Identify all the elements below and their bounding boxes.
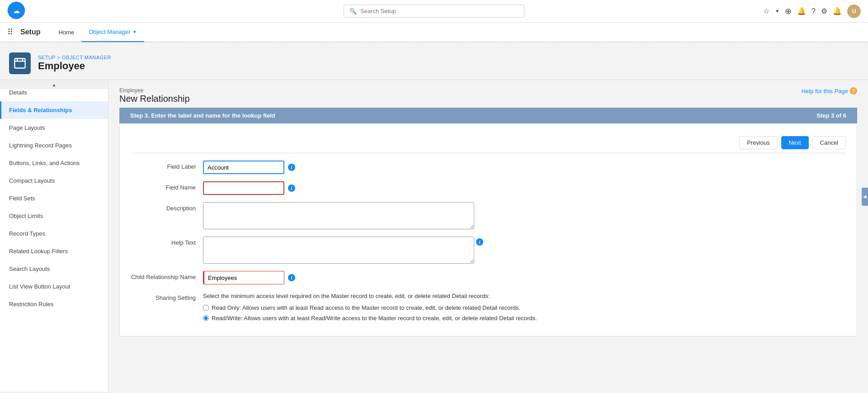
- avatar[interactable]: U: [847, 5, 861, 18]
- field-label-input[interactable]: [203, 161, 284, 174]
- object-header: SETUP > OBJECT MANAGER Employee: [0, 47, 868, 80]
- help-text-row: Help Text i: [131, 237, 846, 264]
- sidebar-item-fields-relationships[interactable]: Fields & Relationships: [0, 101, 108, 119]
- step-header-left: Step 3. Enter the label and name for the…: [130, 112, 275, 119]
- salesforce-logo: ☁: [7, 1, 25, 21]
- field-name-input[interactable]: [203, 181, 284, 195]
- next-button[interactable]: Next: [781, 136, 809, 149]
- nav-item-home[interactable]: Home: [51, 22, 81, 42]
- notification-icon[interactable]: 🔔: [833, 7, 842, 15]
- main-layout: ▲ Details Fields & Relationships Page La…: [0, 80, 868, 393]
- star-icon[interactable]: ☆: [763, 7, 769, 15]
- top-navigation: ☁ 🔍 ☆ ▼ ⊕ 🔔 ? ⚙ 🔔 U: [0, 0, 868, 23]
- field-label-label: Field Label: [131, 161, 203, 170]
- sidebar-item-page-layouts[interactable]: Page Layouts: [0, 119, 108, 137]
- question-icon[interactable]: ?: [811, 7, 816, 15]
- help-text-label: Help Text: [131, 237, 203, 246]
- sidebar-item-compact-layouts[interactable]: Compact Layouts: [0, 172, 108, 189]
- previous-button[interactable]: Previous: [739, 136, 778, 149]
- sidebar: ▲ Details Fields & Relationships Page La…: [0, 80, 108, 393]
- page-object-name: Employee: [119, 87, 190, 94]
- sharing-readonly-label: Read Only: Allows users with at least Re…: [212, 304, 520, 311]
- sharing-setting-readwrite-row: Read/Write: Allows users with at least R…: [203, 315, 537, 322]
- help-text-control: i: [203, 237, 846, 264]
- sharing-setting-row: Sharing Setting Select the minimum acces…: [131, 292, 846, 322]
- breadcrumb-object-manager[interactable]: OBJECT MANAGER: [62, 55, 111, 60]
- step-header-right: Step 3 of 6: [816, 112, 846, 119]
- field-name-info-icon[interactable]: i: [288, 185, 295, 192]
- child-relationship-name-info-icon[interactable]: i: [288, 274, 295, 281]
- breadcrumb-setup[interactable]: SETUP: [38, 55, 56, 60]
- help-text-info-icon[interactable]: i: [476, 238, 483, 246]
- step-header: Step 3. Enter the label and name for the…: [119, 108, 857, 123]
- sidebar-item-lightning-record-pages[interactable]: Lightning Record Pages: [0, 137, 108, 154]
- field-name-row: Field Name i: [131, 181, 846, 195]
- description-row: Description: [131, 202, 846, 229]
- sidebar-scroll-up[interactable]: ▲: [0, 80, 108, 89]
- page-header: Employee New Relationship Help for this …: [108, 80, 868, 108]
- gear-icon[interactable]: ⚙: [821, 7, 827, 15]
- breadcrumb-separator: >: [57, 55, 62, 60]
- sharing-readonly-radio[interactable]: [203, 305, 209, 311]
- form-area: Previous Next Cancel Field Label i Field…: [119, 123, 857, 336]
- sidebar-item-field-sets[interactable]: Field Sets: [0, 189, 108, 207]
- bell-alt-icon[interactable]: 🔔: [797, 7, 806, 15]
- sharing-readwrite-radio[interactable]: [203, 315, 209, 321]
- sidebar-item-object-limits[interactable]: Object Limits: [0, 207, 108, 225]
- right-collapse-tab[interactable]: ◀: [862, 188, 868, 206]
- object-icon-box: [9, 52, 31, 74]
- child-relationship-name-row: Child Relationship Name i: [131, 271, 846, 284]
- sidebar-item-list-view-button-layout[interactable]: List View Button Layout: [0, 278, 108, 295]
- help-text-input[interactable]: [203, 237, 474, 264]
- object-header-text: SETUP > OBJECT MANAGER Employee: [38, 55, 111, 72]
- sharing-setting-control: Select the minimum access level required…: [203, 292, 846, 322]
- description-input[interactable]: [203, 202, 474, 229]
- field-name-label: Field Name: [131, 181, 203, 191]
- child-relationship-name-label: Child Relationship Name: [131, 271, 203, 280]
- wave-decoration: [0, 43, 868, 47]
- plus-icon[interactable]: ⊕: [785, 6, 792, 16]
- svg-text:☁: ☁: [13, 7, 20, 14]
- top-nav-icons: ☆ ▼ ⊕ 🔔 ? ⚙ 🔔 U: [763, 5, 861, 18]
- sidebar-item-search-layouts[interactable]: Search Layouts: [0, 260, 108, 278]
- sidebar-item-related-lookup-filters[interactable]: Related Lookup Filters: [0, 242, 108, 260]
- second-navigation: ⠿ Setup Home Object Manager ▼: [0, 23, 868, 43]
- field-label-row: Field Label i: [131, 161, 846, 174]
- search-input[interactable]: [360, 8, 519, 14]
- sharing-setting-readonly-row: Read Only: Allows users with at least Re…: [203, 304, 520, 311]
- page-title: Employee: [38, 60, 111, 72]
- help-icon: ?: [850, 87, 857, 95]
- sidebar-item-record-types[interactable]: Record Types: [0, 225, 108, 242]
- description-control: [203, 202, 846, 229]
- content-area: Employee New Relationship Help for this …: [108, 80, 868, 393]
- cancel-button[interactable]: Cancel: [812, 136, 846, 149]
- help-link[interactable]: Help for this Page ?: [802, 87, 857, 95]
- app-title: Setup: [20, 28, 40, 36]
- sharing-setting-description: Select the minimum access level required…: [203, 292, 490, 301]
- svg-rect-2: [14, 59, 25, 68]
- breadcrumb: SETUP > OBJECT MANAGER: [38, 55, 111, 60]
- chevron-down-icon: ▼: [132, 29, 137, 34]
- chevron-icon[interactable]: ▼: [775, 9, 779, 14]
- field-name-control: i: [203, 181, 846, 195]
- field-label-info-icon[interactable]: i: [288, 164, 295, 171]
- grid-icon[interactable]: ⠿: [7, 27, 13, 37]
- page-heading: New Relationship: [119, 94, 190, 104]
- description-label: Description: [131, 202, 203, 212]
- field-label-control: i: [203, 161, 846, 174]
- sidebar-item-buttons-links-actions[interactable]: Buttons, Links, and Actions: [0, 154, 108, 172]
- sharing-readwrite-label: Read/Write: Allows users with at least R…: [212, 315, 537, 322]
- search-icon: 🔍: [349, 8, 357, 14]
- sharing-setting-label: Sharing Setting: [131, 292, 203, 301]
- child-relationship-name-control: i: [203, 271, 846, 284]
- help-link-text: Help for this Page: [802, 88, 848, 95]
- form-buttons-row: Previous Next Cancel: [131, 131, 846, 153]
- nav-item-object-manager[interactable]: Object Manager ▼: [81, 22, 144, 42]
- sidebar-item-restriction-rules[interactable]: Restriction Rules: [0, 295, 108, 313]
- search-bar[interactable]: 🔍: [344, 5, 524, 18]
- child-relationship-name-input[interactable]: [203, 271, 284, 284]
